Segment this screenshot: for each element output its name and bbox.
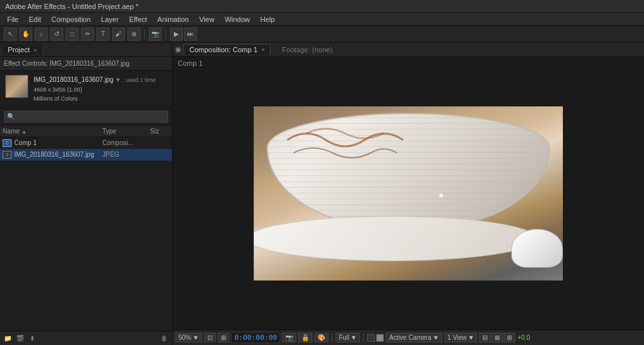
vc-grid-btn[interactable]: ⊞ [218, 333, 229, 342]
footage-tab[interactable]: Footage: (none) [277, 44, 337, 55]
vc-sep2 [363, 333, 364, 342]
vc-layout-btns: ⊟ ⊠ ⊞ [479, 333, 515, 342]
comp-label: Comp 1 [178, 59, 203, 67]
toolbar: ↖ ✋ ⌕ ↺ □ ✏ T 🖌 ⊕ 📷 ▶ ⏭ [0, 26, 644, 43]
col-size-header: Siz [150, 128, 169, 135]
comp-tab-icon: ▣ [175, 46, 181, 53]
menu-view[interactable]: View [194, 14, 219, 25]
tool-text[interactable]: T [97, 28, 109, 41]
menu-layer[interactable]: Layer [97, 14, 124, 25]
vc-lock-btn[interactable]: 🔒 [298, 333, 312, 342]
tool-hand[interactable]: ✋ [19, 28, 32, 41]
vc-layout3[interactable]: ⊞ [504, 333, 515, 342]
app-title: Adobe After Effects - Untitled Project.a… [5, 3, 138, 10]
panel-bottom: 📁 🎬 ⬇ 🗑 [0, 331, 172, 345]
project-tab-close[interactable]: × [33, 47, 37, 54]
vc-timecode[interactable]: 0:00:00:00 [231, 332, 280, 343]
vc-layout1[interactable]: ⊟ [479, 333, 491, 342]
comp-tabs-bar: ▣ Composition: Comp 1 × Footage: (none) [173, 43, 644, 57]
project-panel: IMG_20180316_163607.jpg ▼ , used 1 time … [0, 71, 172, 345]
delete-btn[interactable]: 🗑 [159, 333, 169, 344]
tool-zoom[interactable]: ⌕ [35, 28, 48, 41]
col-type-header: Type [102, 128, 147, 135]
bowl-shape [267, 113, 550, 229]
vc-color-indicators [367, 334, 384, 342]
title-bar: Adobe After Effects - Untitled Project.a… [0, 0, 644, 13]
main-layout: Project × Effect Controls: IMG_20180316_… [0, 43, 644, 345]
comp-tab-close[interactable]: × [261, 46, 265, 53]
comp-icon: C [3, 139, 12, 147]
vc-zoom[interactable]: 50%▼ [175, 333, 202, 342]
vc-camera-btn[interactable]: 📷 [282, 333, 296, 342]
composition-tab[interactable]: Composition: Comp 1 × [184, 44, 270, 55]
file-thumbnail [5, 75, 28, 98]
vc-view[interactable]: 1 View▼ [444, 333, 478, 342]
vc-color-btn[interactable]: 🎨 [314, 333, 328, 342]
video-preview [254, 106, 563, 281]
playback-controls: ▶ ⏭ [170, 28, 197, 41]
filename-label: IMG_20180316_163607.jpg ▼ , used 1 time [33, 75, 167, 85]
tool-select[interactable]: ↖ [4, 28, 17, 41]
right-area: ▣ Composition: Comp 1 × Footage: (none) … [173, 43, 644, 345]
menu-effect[interactable]: Effect [124, 14, 151, 25]
cup-shape [511, 229, 563, 268]
menu-edit[interactable]: Edit [24, 14, 46, 25]
menu-composition[interactable]: Composition [47, 14, 95, 25]
toolbar-sep1 [144, 29, 145, 39]
col-name-header: Name ▲ [3, 128, 100, 135]
import-btn[interactable]: ⬇ [27, 333, 37, 344]
vc-color-gray [376, 334, 384, 342]
effect-controls-header: Effect Controls: IMG_20180316_163607.jpg [0, 57, 172, 71]
search-bar [0, 108, 172, 126]
menu-animation[interactable]: Animation [153, 14, 193, 25]
new-folder-btn[interactable]: 📁 [3, 333, 13, 344]
project-search-input[interactable] [4, 111, 168, 123]
new-composition-btn[interactable]: 🎬 [15, 333, 25, 344]
tool-pen[interactable]: ✏ [81, 28, 94, 41]
vc-fit-btn[interactable]: ⊡ [204, 333, 216, 342]
project-item-comp1[interactable]: C Comp 1 Composi... [0, 137, 172, 149]
panel-tabs: Project × [0, 43, 172, 57]
tool-camera[interactable]: 📷 [149, 28, 162, 41]
jpeg-icon: J [3, 151, 12, 159]
vc-layout2[interactable]: ⊠ [491, 333, 503, 342]
items-list: C Comp 1 Composi... J IMG_20180316_16360… [0, 137, 172, 331]
vc-sep1 [332, 333, 332, 342]
vc-offset: +0.0 [517, 334, 530, 341]
toolbar-sep2 [166, 29, 166, 39]
menu-help[interactable]: Help [256, 14, 279, 25]
menu-bar: File Edit Composition Layer Effect Anima… [0, 13, 644, 26]
menu-file[interactable]: File [3, 14, 23, 25]
col-headers: Name ▲ Type Siz [0, 126, 172, 137]
plate-shape [254, 216, 537, 261]
viewer-area: Comp 1 [173, 57, 644, 330]
vc-quality[interactable]: Full▼ [336, 333, 360, 342]
cursor-dot [439, 193, 443, 197]
project-tab[interactable]: Project × [3, 44, 43, 55]
file-details: IMG_20180316_163607.jpg ▼ , used 1 time … [33, 75, 167, 104]
tool-rect[interactable]: □ [66, 28, 79, 41]
left-panel: Project × Effect Controls: IMG_20180316_… [0, 43, 173, 345]
project-item-img[interactable]: J IMG_20180316_163607.jpg JPEG [0, 149, 172, 161]
tool-rotate[interactable]: ↺ [50, 28, 63, 41]
preview-bg [254, 106, 563, 281]
tool-brush[interactable]: 🖌 [112, 28, 125, 41]
menu-window[interactable]: Window [220, 14, 254, 25]
viewer-controls: 50%▼ ⊡ ⊞ 0:00:00:00 📷 🔒 🎨 Full▼ Active C… [173, 330, 644, 345]
vc-active-camera[interactable]: Active Camera▼ [386, 333, 442, 342]
vc-color-black [367, 334, 375, 342]
tool-clone[interactable]: ⊕ [128, 28, 140, 41]
step-forward[interactable]: ⏭ [184, 28, 197, 41]
file-info: IMG_20180316_163607.jpg ▼ , used 1 time … [0, 71, 172, 108]
play-btn[interactable]: ▶ [170, 28, 183, 41]
bowl-decoration-svg [281, 121, 410, 172]
